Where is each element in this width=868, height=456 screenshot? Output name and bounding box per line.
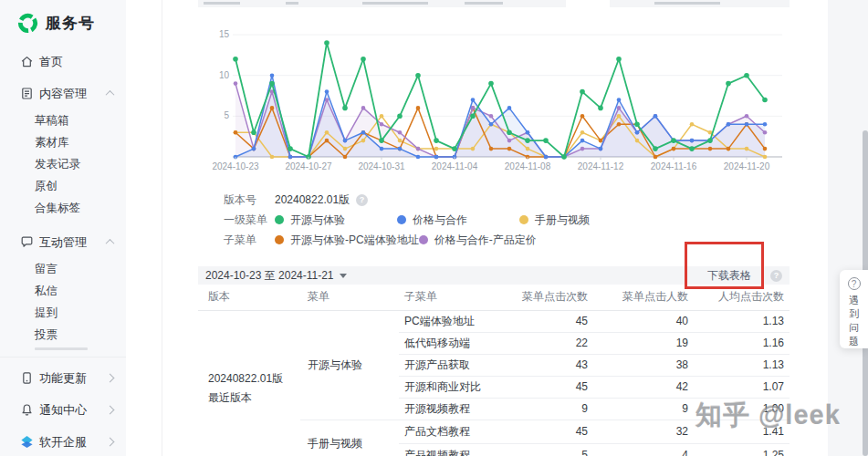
sidebar-item-label: 私信 bbox=[35, 284, 58, 299]
sidebar-item-interaction-mgmt[interactable]: 互动管理 bbox=[0, 226, 126, 258]
doc-icon bbox=[20, 87, 34, 100]
date-range-filter[interactable]: 2024-10-23 至 2024-11-21 bbox=[205, 268, 334, 284]
avg-cell: 1.41 bbox=[694, 420, 790, 443]
sidebar-item-home[interactable]: 首页 bbox=[0, 46, 126, 78]
users-cell: 4 bbox=[593, 443, 694, 456]
table-help-icon[interactable]: ? bbox=[770, 270, 782, 282]
legend-item[interactable]: 价格与合作-产品定价 bbox=[419, 233, 541, 248]
version-value: 20240822.01版 bbox=[275, 192, 350, 208]
cropped-text-fragment bbox=[204, 2, 240, 5]
legend-group-label: 一级菜单 bbox=[224, 212, 275, 228]
version-cell: 20240822.01版最近版本 bbox=[198, 310, 300, 456]
sidebar-item-label: 原创 bbox=[35, 179, 58, 194]
sidebar-item-label: 互动管理 bbox=[39, 234, 87, 251]
sidebar-divider bbox=[0, 357, 126, 358]
legend-item[interactable]: 开源与体验 bbox=[275, 212, 397, 228]
legend-item-label: 价格与合作 bbox=[413, 212, 467, 228]
sidebar-item-original[interactable]: 原创 bbox=[0, 175, 126, 197]
sidebar-item-content-mgmt[interactable]: 内容管理 bbox=[0, 78, 126, 109]
sidebar-item-drafts[interactable]: 草稿箱 bbox=[0, 109, 126, 131]
menu-stats-table: 版本菜单子菜单菜单点击次数菜单点击人数人均点击次数 20240822.01版最近… bbox=[198, 285, 790, 456]
submenu-cell: PC端体验地址 bbox=[399, 310, 493, 332]
sidebar-item-assets[interactable]: 素材库 bbox=[0, 131, 126, 153]
avg-cell: 1.07 bbox=[694, 376, 790, 398]
svg-text:2024-11-16: 2024-11-16 bbox=[651, 161, 697, 171]
sidebar-item-label: 发表记录 bbox=[35, 157, 80, 172]
sidebar-item-private-messages[interactable]: 私信 bbox=[0, 280, 126, 302]
chevron-down-icon[interactable] bbox=[340, 274, 347, 278]
legend-item[interactable]: 开源与体验-PC端体验地址 bbox=[275, 233, 419, 248]
users-cell: 42 bbox=[593, 376, 694, 398]
sidebar-item-publish-history[interactable]: 发表记录 bbox=[0, 153, 126, 175]
legend-item-label: 手册与视频 bbox=[535, 212, 590, 228]
clicks-cell: 9 bbox=[493, 398, 593, 420]
sidebar-item-label: 提到 bbox=[35, 306, 58, 321]
legend-item-label: 价格与合作-产品定价 bbox=[434, 233, 537, 248]
sidebar-item-label: 首页 bbox=[39, 54, 63, 70]
version-label: 版本号 bbox=[224, 192, 275, 208]
legend-item-label: 开源与体验-PC端体验地址 bbox=[290, 233, 419, 248]
svg-text:10: 10 bbox=[219, 70, 230, 80]
table-row: 20240822.01版最近版本开源与体验PC端体验地址45401.13 bbox=[198, 310, 790, 332]
svg-text:2024-10-23: 2024-10-23 bbox=[212, 161, 259, 171]
sidebar-item-feature-updates[interactable]: 功能更新 bbox=[0, 362, 126, 394]
legend-version-row: 版本号 20240822.01版 ? bbox=[198, 190, 790, 210]
column-header: 人均点击次数 bbox=[694, 285, 790, 310]
svg-text:15: 15 bbox=[219, 29, 230, 39]
legend-item[interactable]: 价格与合作 bbox=[397, 212, 519, 228]
sidebar-item-mentions[interactable]: 提到 bbox=[0, 302, 126, 324]
chevron-up-icon bbox=[106, 90, 115, 99]
cropped-text-fragment bbox=[362, 2, 428, 5]
legend-color-dot bbox=[397, 215, 406, 224]
svg-text:2024-11-04: 2024-11-04 bbox=[432, 161, 478, 171]
cropped-text-fragment bbox=[286, 2, 298, 5]
app-window: 服务号 首页内容管理草稿箱素材库发表记录原创合集标签互动管理留言私信提到投票功能… bbox=[0, 0, 868, 456]
help-float-button[interactable]: ? 遇到问题 bbox=[840, 270, 868, 348]
content-divider-line bbox=[162, 0, 162, 456]
svg-text:2024-11-08: 2024-11-08 bbox=[505, 161, 551, 171]
chevron-up-icon bbox=[106, 239, 115, 248]
legend-item-label: 开源与体验 bbox=[290, 212, 345, 228]
users-cell: 9 bbox=[593, 398, 694, 420]
sidebar-item-votes[interactable]: 投票 bbox=[0, 324, 126, 346]
column-header: 菜单点击次数 bbox=[493, 285, 593, 310]
column-header: 子菜单 bbox=[399, 285, 493, 310]
users-cell: 19 bbox=[593, 332, 694, 354]
clicks-cell: 5 bbox=[493, 443, 593, 456]
avg-cell: 1.25 bbox=[694, 443, 790, 456]
column-header: 版本 bbox=[198, 285, 300, 310]
avg-cell: 1.00 bbox=[694, 398, 790, 420]
chart-legend: 版本号 20240822.01版 ? 一级菜单开源与体验价格与合作手册与视频 子… bbox=[198, 190, 790, 250]
submenu-cell: 低代码移动端 bbox=[399, 332, 493, 354]
sidebar-nav: 首页内容管理草稿箱素材库发表记录原创合集标签互动管理留言私信提到投票功能更新通知… bbox=[0, 46, 126, 456]
sidebar-item-comments[interactable]: 留言 bbox=[0, 258, 126, 280]
brand: 服务号 bbox=[0, 0, 126, 46]
help-float-label-char: 到 bbox=[849, 307, 859, 321]
chat-icon bbox=[20, 235, 34, 249]
sidebar-item-label: 内容管理 bbox=[39, 86, 87, 102]
svg-text:2024-11-20: 2024-11-20 bbox=[724, 161, 770, 171]
clicks-cell: 45 bbox=[493, 376, 593, 398]
sidebar-item-label: 素材库 bbox=[35, 135, 69, 150]
download-table-button[interactable]: 下载表格 bbox=[707, 268, 751, 284]
legend-level1-row: 一级菜单开源与体验价格与合作手册与视频 bbox=[198, 210, 790, 230]
menu-clicks-chart: 510152024-10-232024-10-272024-10-312024-… bbox=[198, 5, 790, 179]
column-header: 菜单 bbox=[300, 285, 399, 310]
column-header: 菜单点击人数 bbox=[593, 285, 694, 310]
version-help-icon[interactable]: ? bbox=[356, 194, 368, 206]
chevron-right-icon bbox=[106, 374, 115, 383]
sidebar: 服务号 首页内容管理草稿箱素材库发表记录原创合集标签互动管理留言私信提到投票功能… bbox=[0, 0, 126, 456]
menu-cell: 开源与体验 bbox=[300, 310, 399, 420]
legend-submenu-row: 子菜单开源与体验-PC端体验地址价格与合作-产品定价 bbox=[198, 230, 790, 250]
sidebar-item-collection-tags[interactable]: 合集标签 bbox=[0, 197, 126, 219]
cropped-text-fragment bbox=[465, 2, 503, 5]
chevron-right-icon bbox=[106, 438, 115, 447]
legend-item[interactable]: 手册与视频 bbox=[519, 212, 642, 228]
table-toolbar: 2024-10-23 至 2024-11-21 下载表格 ? bbox=[198, 266, 790, 285]
users-cell: 38 bbox=[593, 354, 694, 376]
sidebar-item-label: 通知中心 bbox=[39, 402, 87, 419]
sidebar-item-notification-center[interactable]: 通知中心 bbox=[0, 394, 126, 426]
brand-name: 服务号 bbox=[46, 13, 95, 34]
sidebar-item-enterprise-service[interactable]: 软开企服 bbox=[0, 426, 126, 456]
sidebar-item-label: 软开企服 bbox=[39, 434, 87, 451]
